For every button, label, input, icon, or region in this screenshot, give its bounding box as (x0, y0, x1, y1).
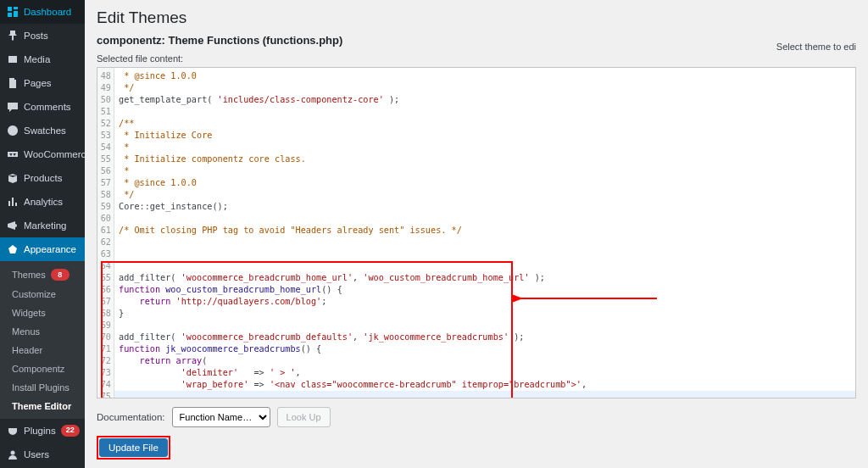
code-editor[interactable]: 4849505152535455565758596061626364656667… (97, 67, 856, 398)
admin-sidebar: DashboardPostsMediaPagesCommentsSwatches… (0, 0, 85, 468)
swatches-icon (7, 125, 19, 136)
sidebar-item-pages[interactable]: Pages (0, 71, 85, 95)
plugin-icon (7, 425, 19, 437)
pin-icon (7, 30, 19, 42)
sidebar-item-label: Marketing (24, 220, 67, 231)
documentation-row: Documentation: Function Name… Look Up (97, 407, 856, 427)
dashboard-icon (7, 6, 19, 18)
submenu-item-customize[interactable]: Customize (0, 285, 85, 304)
sidebar-item-label: Appearance (24, 244, 76, 255)
media-icon (7, 53, 19, 65)
sidebar-item-products[interactable]: Products (0, 166, 85, 190)
active-line-highlight (114, 391, 855, 398)
page-icon (7, 77, 19, 89)
sidebar-item-label: Products (24, 173, 62, 184)
annotation-rectangle-update: Update File (97, 436, 170, 460)
main-content: Edit Themes componentz: Theme Functions … (85, 0, 868, 468)
sidebar-item-dashboard[interactable]: Dashboard (0, 0, 85, 24)
sidebar-item-plugins[interactable]: Plugins22 (0, 419, 85, 443)
sidebar-item-marketing[interactable]: Marketing (0, 214, 85, 237)
count-badge: 22 (61, 425, 80, 437)
submenu-item-componentz[interactable]: Componentz (0, 359, 85, 378)
page-title: Edit Themes (97, 8, 856, 27)
select-theme-label: Select theme to edi (776, 42, 856, 52)
marketing-icon (7, 220, 19, 231)
users-icon (7, 448, 19, 460)
product-icon (7, 172, 19, 184)
submenu-item-theme-editor[interactable]: Theme Editor (0, 397, 85, 415)
sidebar-item-label: Plugins (24, 426, 56, 437)
sidebar-item-users[interactable]: Users (0, 443, 85, 466)
sidebar-item-label: Comments (24, 102, 71, 113)
sidebar-item-label: Pages (24, 78, 52, 89)
sidebar-item-media[interactable]: Media (0, 47, 85, 71)
sidebar-item-label: Posts (24, 31, 48, 42)
update-file-button[interactable]: Update File (99, 438, 168, 457)
documentation-select[interactable]: Function Name… (172, 407, 270, 427)
line-gutter: 4849505152535455565758596061626364656667… (97, 68, 114, 398)
woo-icon (7, 148, 19, 160)
file-subtitle: componentz: Theme Functions (functions.p… (97, 34, 342, 47)
sidebar-item-analytics[interactable]: Analytics (0, 190, 85, 214)
sidebar-item-swatches[interactable]: Swatches (0, 119, 85, 142)
appearance-icon (7, 243, 19, 255)
sidebar-item-appearance[interactable]: Appearance (0, 237, 85, 261)
submenu-item-header[interactable]: Header (0, 341, 85, 359)
appearance-submenu: Themes8CustomizeWidgetsMenusHeaderCompon… (0, 261, 85, 419)
submenu-item-menus[interactable]: Menus (0, 322, 85, 341)
sidebar-item-woocommerce[interactable]: WooCommerce (0, 142, 85, 166)
code-area[interactable]: * @since 1.0.0 */get_template_part( 'inc… (114, 68, 855, 398)
lookup-button[interactable]: Look Up (277, 407, 331, 427)
analytics-icon (7, 196, 19, 208)
selected-file-label: Selected file content: (97, 53, 856, 64)
submenu-item-themes[interactable]: Themes8 (0, 265, 85, 285)
sidebar-item-label: WooCommerce (24, 149, 85, 160)
sidebar-item-label: Analytics (24, 197, 63, 208)
submenu-item-install-plugins[interactable]: Install Plugins (0, 378, 85, 397)
count-badge: 8 (51, 269, 70, 281)
submenu-item-widgets[interactable]: Widgets (0, 304, 85, 322)
sidebar-item-label: Swatches (24, 125, 66, 136)
sidebar-item-posts[interactable]: Posts (0, 24, 85, 47)
documentation-label: Documentation: (97, 412, 165, 422)
sidebar-item-label: Users (24, 449, 49, 460)
sidebar-item-label: Dashboard (24, 7, 71, 18)
sidebar-item-label: Media (24, 54, 50, 65)
comment-icon (7, 101, 19, 113)
svg-point-0 (11, 451, 15, 455)
sidebar-item-comments[interactable]: Comments (0, 95, 85, 119)
